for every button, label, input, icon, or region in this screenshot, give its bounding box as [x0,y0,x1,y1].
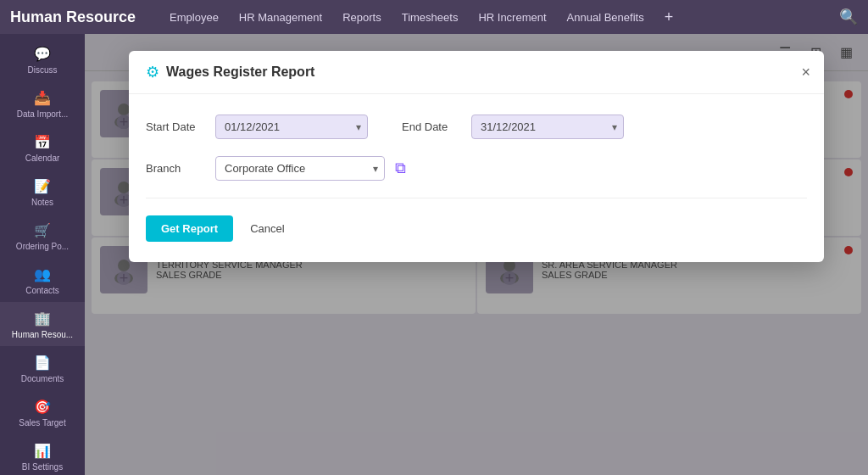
contacts-icon: 👥 [33,265,52,283]
sidebar-item-data-import[interactable]: 📥 Data Import... [0,81,85,126]
branch-row: Branch Corporate Office Branch 1 Branch … [146,156,807,181]
sidebar-item-contacts[interactable]: 👥 Contacts [0,258,85,302]
sidebar-label-notes: Notes [31,198,53,207]
modal-footer: Get Report Cancel [146,212,807,245]
wages-register-modal: ⚙ Wages Register Report × Start Date 01/… [129,51,824,262]
gear-icon: ⚙ [146,63,159,81]
sidebar-item-ordering-po[interactable]: 🛒 Ordering Po... [0,214,85,258]
bi-settings-icon: 📊 [33,441,52,460]
sidebar-item-calendar[interactable]: 📅 Calendar [0,126,85,170]
sidebar-item-documents[interactable]: 📄 Documents [0,346,85,390]
app-title: Human Resource [10,8,136,26]
modal-close-button[interactable]: × [801,64,810,80]
add-menu-icon[interactable]: + [665,8,674,26]
human-resource-icon: 🏢 [33,309,52,327]
main-content: ☰ ⊞ ▦ + ABHINAV KUMAR Area Manager-Sales… [85,34,868,475]
sidebar-item-discuss[interactable]: 💬 Discuss [0,37,85,81]
branch-select[interactable]: Corporate Office Branch 1 Branch 2 [215,156,385,181]
start-date-group: Start Date 01/12/2021 [146,115,368,139]
nav-timesheets[interactable]: Timesheets [402,11,459,24]
cancel-button[interactable]: Cancel [243,215,291,242]
modal-header: ⚙ Wages Register Report × [129,51,824,94]
modal-overlay: ⚙ Wages Register Report × Start Date 01/… [85,34,868,475]
nav-employee[interactable]: Employee [170,11,219,24]
modal-body: Start Date 01/12/2021 End Date [129,94,824,262]
sidebar-item-bi-settings[interactable]: 📊 BI Settings [0,434,85,475]
end-date-select[interactable]: 31/12/2021 [471,115,624,139]
start-date-select-wrap: 01/12/2021 [215,115,368,139]
sales-target-icon: 🎯 [33,397,52,416]
main-layout: 💬 Discuss 📥 Data Import... 📅 Calendar 📝 … [0,34,868,475]
end-date-label: End Date [402,120,461,133]
data-import-icon: 📥 [33,88,52,107]
documents-icon: 📄 [33,353,52,372]
sidebar-label-contacts: Contacts [25,286,58,295]
date-row: Start Date 01/12/2021 End Date [146,115,807,139]
nav-annual-benefits[interactable]: Annual Benefits [567,11,644,24]
get-report-button[interactable]: Get Report [146,215,233,242]
nav-hr-management[interactable]: HR Management [239,11,322,24]
modal-title: Wages Register Report [166,64,314,80]
sidebar-label-bi-settings: BI Settings [22,462,63,472]
start-date-select[interactable]: 01/12/2021 [215,115,368,139]
sidebar-label-data-import: Data Import... [17,109,69,119]
nav-reports[interactable]: Reports [342,11,381,24]
search-icon[interactable]: 🔍 [839,8,858,26]
discuss-icon: 💬 [33,44,52,63]
sidebar-item-sales-target[interactable]: 🎯 Sales Target [0,390,85,434]
modal-divider [146,198,807,198]
sidebar-label-ordering: Ordering Po... [16,242,69,251]
start-date-label: Start Date [146,120,205,133]
sidebar-label-discuss: Discuss [27,65,57,75]
branch-select-wrap: Corporate Office Branch 1 Branch 2 [215,156,385,181]
sidebar-label-documents: Documents [21,374,64,383]
branch-external-link[interactable]: ⧉ [395,159,406,177]
sidebar-label-human-resource: Human Resou... [12,330,73,339]
ordering-icon: 🛒 [33,221,52,239]
sidebar-label-sales-target: Sales Target [19,418,65,428]
branch-label: Branch [146,162,205,175]
top-nav: Human Resource Employee HR Management Re… [0,0,868,34]
sidebar-label-calendar: Calendar [25,154,60,163]
calendar-icon: 📅 [33,132,52,151]
notes-icon: 📝 [33,176,52,195]
nav-hr-increment[interactable]: HR Increment [478,11,546,24]
end-date-group: End Date 31/12/2021 [402,115,624,139]
sidebar-item-human-resource[interactable]: 🏢 Human Resou... [0,302,85,346]
sidebar-item-notes[interactable]: 📝 Notes [0,170,85,214]
sidebar: 💬 Discuss 📥 Data Import... 📅 Calendar 📝 … [0,34,85,475]
end-date-select-wrap: 31/12/2021 [471,115,624,139]
